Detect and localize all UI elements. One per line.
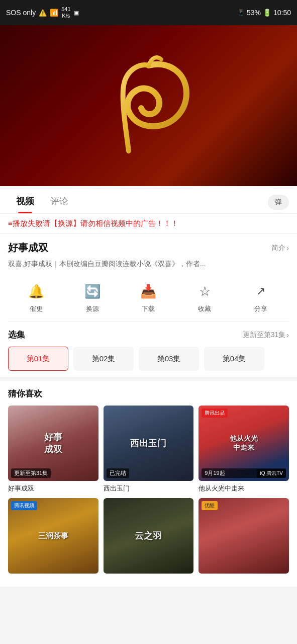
remind-btn[interactable]: 🔔 催更 [26, 281, 46, 313]
recommendations-title: 猜你喜欢 [8, 388, 289, 399]
rec-badge-top-6: 优酷 [202, 501, 218, 510]
recommendations-grid: 好事 成双 更新至第31集 好事成双 西出玉门 已完结 西出玉门 他从火光 中走… [8, 406, 289, 577]
rec-item-2[interactable]: 西出玉门 已完结 西出玉门 [104, 406, 194, 493]
action-buttons: 🔔 催更 🔄 换源 📥 下载 ☆ 收藏 ↗ 分享 [8, 277, 289, 322]
download-label: 下载 [142, 304, 155, 313]
rec-badge-top-4: 腾讯视频 [11, 501, 37, 510]
rec-name-2: 西出玉门 [104, 484, 194, 493]
tab-video[interactable]: 视频 [8, 191, 42, 213]
show-description: 双喜,好事成双｜本剧改编自豆瓣阅读连载小说《双喜》，作者... [8, 259, 289, 269]
poster-text-5: 云之羽 [131, 526, 166, 546]
chevron-right-icon-2: › [286, 331, 289, 339]
episode-btn-3[interactable]: 第03集 [139, 347, 199, 371]
episodes-title: 选集 [8, 329, 25, 341]
episodes-header: 选集 更新至第31集 › [8, 329, 289, 341]
status-left: SOS only ⚠️ 📶 541K/s ▣ [6, 6, 79, 19]
content-area: 好事成双 简介 › 双喜,好事成双｜本剧改编自豆瓣阅读连载小说《双喜》，作者..… [0, 234, 297, 322]
show-title: 好事成双 [8, 241, 48, 255]
chevron-right-icon: › [286, 244, 289, 252]
poster-text-1: 好事 成双 [40, 427, 66, 459]
remind-label: 催更 [30, 304, 43, 313]
download-icon: 📥 [138, 281, 158, 301]
episode-grid: 第01集 第02集 第03集 第04集 [8, 347, 289, 371]
rec-poster-1: 好事 成双 更新至第31集 [8, 406, 98, 481]
rec-poster-2: 西出玉门 已完结 [104, 406, 194, 481]
collect-btn[interactable]: ☆ 收藏 [194, 281, 215, 313]
rec-item-1[interactable]: 好事 成双 更新至第31集 好事成双 [8, 406, 98, 493]
poster-text-2: 西出玉门 [126, 433, 170, 453]
change-source-label: 换源 [86, 304, 99, 313]
episode-btn-1[interactable]: 第01集 [8, 347, 68, 371]
speed-indicator: 541K/s [61, 6, 70, 19]
video-player[interactable] [0, 25, 297, 186]
battery-icon: 🔋 [263, 9, 271, 17]
rec-item-5[interactable]: 云之羽 [104, 498, 194, 577]
rec-badge-3b: iQ 腾讯TV [257, 469, 286, 478]
rec-poster-bg-5: 云之羽 [104, 498, 194, 574]
alert-icon: ⚠️ [39, 9, 47, 17]
error-banner: ≡播放失败请【换源】请勿相信视频中的广告！！！ [0, 214, 297, 234]
star-icon: ☆ [194, 281, 215, 301]
rec-badge-top-3: 腾讯出品 [202, 409, 228, 418]
refresh-icon: 🔄 [82, 281, 103, 301]
rec-poster-3: 他从火光 中走来 腾讯出品 9月19起 iQ 腾讯TV [199, 406, 289, 481]
status-right: 📱 53% 🔋 10:50 [237, 9, 291, 17]
share-icon: ↗ [251, 281, 271, 301]
poster-text-4: 三润茶事 [34, 527, 72, 545]
tab-comments[interactable]: 评论 [42, 191, 76, 213]
intro-link[interactable]: 简介 › [271, 244, 289, 253]
rec-item-6[interactable]: 优酷 [199, 498, 289, 577]
sim-icon: 📱 [237, 9, 245, 16]
battery-percent: 53% [247, 9, 261, 17]
rec-item-4[interactable]: 三润茶事 腾讯视频 [8, 498, 98, 577]
intro-label: 简介 [271, 244, 285, 253]
bottom-padding [0, 577, 297, 587]
rec-poster-4: 三润茶事 腾讯视频 [8, 498, 98, 574]
share-label: 分享 [254, 304, 267, 313]
status-bar: SOS only ⚠️ 📶 541K/s ▣ 📱 53% 🔋 10:50 [0, 0, 297, 25]
download-btn[interactable]: 📥 下载 [138, 281, 158, 313]
sos-label: SOS only [6, 9, 36, 17]
episodes-section: 选集 更新至第31集 › 第01集 第02集 第03集 第04集 [0, 322, 297, 377]
rec-poster-5: 云之羽 [104, 498, 194, 574]
rec-name-3: 他从火光中走来 [199, 484, 289, 493]
rec-badge-1: 更新至第31集 [11, 468, 51, 478]
episode-btn-2[interactable]: 第02集 [73, 347, 134, 371]
error-text: ≡播放失败请【换源】请勿相信视频中的广告！！！ [8, 219, 178, 227]
poster-text-6 [240, 532, 248, 540]
wifi-icon: 📶 [50, 9, 58, 17]
rec-poster-6: 优酷 [199, 498, 289, 574]
poster-text-3: 他从火光 中走来 [226, 430, 262, 456]
rec-badge-2: 已完结 [107, 468, 129, 478]
episodes-more-label: 更新至第31集 [243, 331, 286, 340]
title-row: 好事成双 简介 › [8, 241, 289, 255]
bell-icon: 🔔 [26, 281, 46, 301]
recommendations-section: 猜你喜欢 好事 成双 更新至第31集 好事成双 西出玉门 已完结 西出玉门 [0, 381, 297, 577]
change-source-btn[interactable]: 🔄 换源 [82, 281, 103, 313]
video-logo [104, 50, 194, 161]
tab-bar: 视频 评论 弹 [0, 186, 297, 214]
share-btn[interactable]: ↗ 分享 [251, 281, 271, 313]
episode-btn-4[interactable]: 第04集 [204, 347, 264, 371]
rec-item-3[interactable]: 他从火光 中走来 腾讯出品 9月19起 iQ 腾讯TV 他从火光中走来 [199, 406, 289, 493]
danmu-button[interactable]: 弹 [268, 195, 289, 210]
signal-icon: ▣ [74, 10, 79, 16]
time-display: 10:50 [273, 9, 291, 17]
episodes-more[interactable]: 更新至第31集 › [243, 331, 289, 340]
collect-label: 收藏 [198, 304, 211, 313]
rec-name-1: 好事成双 [8, 484, 98, 493]
